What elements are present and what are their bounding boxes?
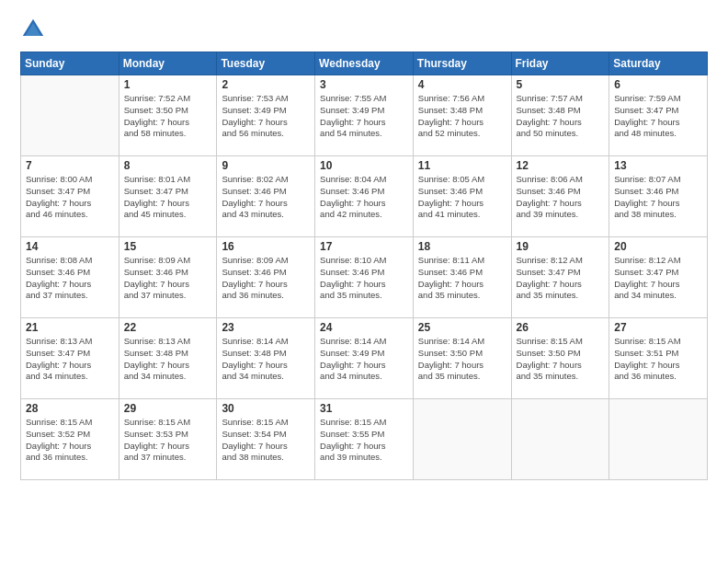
week-row-1: 1Sunrise: 7:52 AM Sunset: 3:50 PM Daylig… <box>21 75 708 156</box>
day-number: 6 <box>614 78 702 91</box>
day-number: 19 <box>517 240 605 253</box>
day-number: 25 <box>418 321 506 334</box>
calendar-cell: 9Sunrise: 8:02 AM Sunset: 3:46 PM Daylig… <box>217 156 315 237</box>
logo <box>20 17 50 42</box>
calendar-cell: 13Sunrise: 8:07 AM Sunset: 3:46 PM Dayli… <box>609 156 708 237</box>
day-info: Sunrise: 8:09 AM Sunset: 3:46 PM Dayligh… <box>124 255 212 302</box>
day-info: Sunrise: 7:55 AM Sunset: 3:49 PM Dayligh… <box>320 93 408 140</box>
day-info: Sunrise: 8:15 AM Sunset: 3:53 PM Dayligh… <box>124 417 212 464</box>
day-info: Sunrise: 8:15 AM Sunset: 3:54 PM Dayligh… <box>222 417 310 464</box>
day-info: Sunrise: 8:00 AM Sunset: 3:47 PM Dayligh… <box>26 174 114 221</box>
day-info: Sunrise: 7:53 AM Sunset: 3:49 PM Dayligh… <box>222 93 310 140</box>
day-info: Sunrise: 7:56 AM Sunset: 3:48 PM Dayligh… <box>418 93 506 140</box>
day-number: 12 <box>517 159 605 172</box>
calendar-cell <box>511 399 609 480</box>
calendar-cell: 20Sunrise: 8:12 AM Sunset: 3:47 PM Dayli… <box>609 237 708 318</box>
day-number: 2 <box>222 78 310 91</box>
calendar-cell: 18Sunrise: 8:11 AM Sunset: 3:46 PM Dayli… <box>413 237 511 318</box>
day-number: 3 <box>320 78 408 91</box>
logo-icon <box>20 17 46 42</box>
day-number: 24 <box>320 321 408 334</box>
week-row-5: 28Sunrise: 8:15 AM Sunset: 3:52 PM Dayli… <box>21 399 708 480</box>
calendar-cell: 6Sunrise: 7:59 AM Sunset: 3:47 PM Daylig… <box>609 75 708 156</box>
calendar-cell: 23Sunrise: 8:14 AM Sunset: 3:48 PM Dayli… <box>217 318 315 399</box>
day-number: 1 <box>124 78 212 91</box>
day-number: 17 <box>320 240 408 253</box>
day-info: Sunrise: 8:13 AM Sunset: 3:47 PM Dayligh… <box>26 336 114 383</box>
day-info: Sunrise: 8:13 AM Sunset: 3:48 PM Dayligh… <box>124 336 212 383</box>
day-info: Sunrise: 7:59 AM Sunset: 3:47 PM Dayligh… <box>614 93 702 140</box>
day-number: 23 <box>222 321 310 334</box>
calendar-cell: 3Sunrise: 7:55 AM Sunset: 3:49 PM Daylig… <box>315 75 414 156</box>
day-info: Sunrise: 8:12 AM Sunset: 3:47 PM Dayligh… <box>517 255 605 302</box>
day-number: 9 <box>222 159 310 172</box>
day-info: Sunrise: 8:06 AM Sunset: 3:46 PM Dayligh… <box>517 174 605 221</box>
calendar-cell: 26Sunrise: 8:15 AM Sunset: 3:50 PM Dayli… <box>511 318 609 399</box>
day-number: 11 <box>418 159 506 172</box>
day-number: 4 <box>418 78 506 91</box>
day-info: Sunrise: 8:08 AM Sunset: 3:46 PM Dayligh… <box>26 255 114 302</box>
calendar-cell: 30Sunrise: 8:15 AM Sunset: 3:54 PM Dayli… <box>217 399 315 480</box>
day-number: 31 <box>320 402 408 415</box>
header <box>20 17 708 42</box>
day-number: 27 <box>614 321 702 334</box>
day-number: 21 <box>26 321 114 334</box>
calendar-cell: 31Sunrise: 8:15 AM Sunset: 3:55 PM Dayli… <box>315 399 414 480</box>
day-number: 10 <box>320 159 408 172</box>
calendar-cell: 16Sunrise: 8:09 AM Sunset: 3:46 PM Dayli… <box>217 237 315 318</box>
day-number: 13 <box>614 159 702 172</box>
calendar-cell: 11Sunrise: 8:05 AM Sunset: 3:46 PM Dayli… <box>413 156 511 237</box>
day-info: Sunrise: 8:02 AM Sunset: 3:46 PM Dayligh… <box>222 174 310 221</box>
day-number: 14 <box>26 240 114 253</box>
day-info: Sunrise: 7:52 AM Sunset: 3:50 PM Dayligh… <box>124 93 212 140</box>
day-number: 8 <box>124 159 212 172</box>
calendar-cell: 25Sunrise: 8:14 AM Sunset: 3:50 PM Dayli… <box>413 318 511 399</box>
calendar-cell: 8Sunrise: 8:01 AM Sunset: 3:47 PM Daylig… <box>119 156 217 237</box>
day-number: 30 <box>222 402 310 415</box>
week-row-3: 14Sunrise: 8:08 AM Sunset: 3:46 PM Dayli… <box>21 237 708 318</box>
weekday-header-sunday: Sunday <box>21 52 119 75</box>
calendar-cell: 19Sunrise: 8:12 AM Sunset: 3:47 PM Dayli… <box>511 237 609 318</box>
day-info: Sunrise: 8:05 AM Sunset: 3:46 PM Dayligh… <box>418 174 506 221</box>
day-info: Sunrise: 7:57 AM Sunset: 3:48 PM Dayligh… <box>517 93 605 140</box>
weekday-header-monday: Monday <box>119 52 217 75</box>
calendar: SundayMondayTuesdayWednesdayThursdayFrid… <box>20 52 708 480</box>
calendar-cell <box>21 75 119 156</box>
day-info: Sunrise: 8:07 AM Sunset: 3:46 PM Dayligh… <box>614 174 702 221</box>
calendar-cell: 22Sunrise: 8:13 AM Sunset: 3:48 PM Dayli… <box>119 318 217 399</box>
calendar-cell: 27Sunrise: 8:15 AM Sunset: 3:51 PM Dayli… <box>609 318 708 399</box>
day-info: Sunrise: 8:15 AM Sunset: 3:51 PM Dayligh… <box>614 336 702 383</box>
day-info: Sunrise: 8:04 AM Sunset: 3:46 PM Dayligh… <box>320 174 408 221</box>
weekday-header-wednesday: Wednesday <box>315 52 414 75</box>
weekday-header-thursday: Thursday <box>413 52 511 75</box>
weekday-header-tuesday: Tuesday <box>217 52 315 75</box>
day-info: Sunrise: 8:12 AM Sunset: 3:47 PM Dayligh… <box>614 255 702 302</box>
calendar-cell: 5Sunrise: 7:57 AM Sunset: 3:48 PM Daylig… <box>511 75 609 156</box>
weekday-header-saturday: Saturday <box>609 52 708 75</box>
calendar-cell: 7Sunrise: 8:00 AM Sunset: 3:47 PM Daylig… <box>21 156 119 237</box>
calendar-cell: 14Sunrise: 8:08 AM Sunset: 3:46 PM Dayli… <box>21 237 119 318</box>
calendar-cell <box>609 399 708 480</box>
day-info: Sunrise: 8:15 AM Sunset: 3:50 PM Dayligh… <box>517 336 605 383</box>
day-info: Sunrise: 8:09 AM Sunset: 3:46 PM Dayligh… <box>222 255 310 302</box>
day-number: 29 <box>124 402 212 415</box>
calendar-cell: 29Sunrise: 8:15 AM Sunset: 3:53 PM Dayli… <box>119 399 217 480</box>
calendar-cell: 17Sunrise: 8:10 AM Sunset: 3:46 PM Dayli… <box>315 237 414 318</box>
day-number: 15 <box>124 240 212 253</box>
day-info: Sunrise: 8:14 AM Sunset: 3:49 PM Dayligh… <box>320 336 408 383</box>
calendar-cell: 10Sunrise: 8:04 AM Sunset: 3:46 PM Dayli… <box>315 156 414 237</box>
weekday-header-row: SundayMondayTuesdayWednesdayThursdayFrid… <box>21 52 708 75</box>
day-info: Sunrise: 8:01 AM Sunset: 3:47 PM Dayligh… <box>124 174 212 221</box>
week-row-4: 21Sunrise: 8:13 AM Sunset: 3:47 PM Dayli… <box>21 318 708 399</box>
calendar-cell: 2Sunrise: 7:53 AM Sunset: 3:49 PM Daylig… <box>217 75 315 156</box>
day-number: 26 <box>517 321 605 334</box>
day-number: 5 <box>517 78 605 91</box>
day-number: 20 <box>614 240 702 253</box>
weekday-header-friday: Friday <box>511 52 609 75</box>
day-info: Sunrise: 8:10 AM Sunset: 3:46 PM Dayligh… <box>320 255 408 302</box>
day-number: 18 <box>418 240 506 253</box>
calendar-cell: 21Sunrise: 8:13 AM Sunset: 3:47 PM Dayli… <box>21 318 119 399</box>
day-info: Sunrise: 8:15 AM Sunset: 3:55 PM Dayligh… <box>320 417 408 464</box>
day-info: Sunrise: 8:15 AM Sunset: 3:52 PM Dayligh… <box>26 417 114 464</box>
calendar-cell: 1Sunrise: 7:52 AM Sunset: 3:50 PM Daylig… <box>119 75 217 156</box>
